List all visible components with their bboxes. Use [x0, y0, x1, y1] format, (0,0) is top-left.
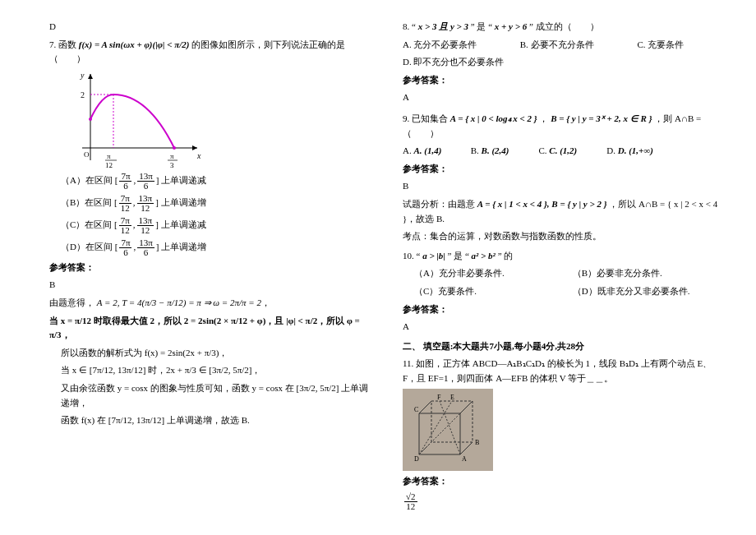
q8-answer: A	[403, 90, 723, 105]
svg-text:12: 12	[105, 161, 113, 168]
q7-option-c: （C）在区间 [7π12,13π12] 上单调递减	[61, 216, 370, 235]
q9-answer: B	[403, 179, 723, 194]
svg-text:O: O	[84, 150, 90, 159]
svg-text:x: x	[196, 151, 201, 160]
left-column: D 7. 函数 f(x) = A sin(ωx + φ)(|φ| < π/2) …	[49, 16, 386, 519]
svg-line-25	[419, 401, 452, 454]
q7-expl3: 所以函数的解析式为 f(x) = 2sin(2x + π/3)，	[61, 346, 370, 361]
interval-icon: [7π12,13π12]	[114, 216, 159, 235]
svg-point-11	[173, 146, 176, 150]
q7-option-d: （D）在区间 [7π6,13π6] 上单调递增	[61, 238, 370, 257]
svg-text:C: C	[414, 406, 418, 413]
q9-kaodian: 考点：集合的运算，对数函数与指数函数的性质。	[403, 229, 723, 244]
svg-marker-3	[88, 74, 93, 79]
q7-expl1: 由题意得， A = 2, T = 4(π/3 − π/12) = π ⇒ ω =…	[49, 296, 370, 311]
svg-line-23	[419, 442, 431, 454]
q11-answer: √212	[403, 492, 723, 511]
svg-text:2: 2	[81, 90, 85, 99]
answer-label: 参考答案：	[49, 261, 370, 275]
q7-option-b: （B）在区间 [7π12,13π12] 上单调递增	[61, 194, 370, 213]
answer-label: 参考答案：	[403, 162, 723, 177]
q9-options: A. A. (1,4) B. B. (2,4) C. C. (1,2) D. D…	[403, 144, 723, 159]
svg-text:B: B	[475, 439, 479, 446]
svg-text:y: y	[80, 71, 85, 80]
prev-answer-d: D	[49, 20, 370, 35]
q7-expl4: 当 x ∈ [7π/12, 13π/12] 时，2x + π/3 ∈ [3π/2…	[61, 363, 370, 378]
q10-answer: A	[403, 320, 723, 334]
svg-line-26	[440, 401, 460, 454]
svg-text:A: A	[462, 455, 467, 463]
q10-row2: （C）充要条件. （D）既非充分又非必要条件.	[414, 284, 723, 299]
q11-answer-frac: √212	[404, 492, 417, 511]
svg-text:E: E	[450, 394, 454, 401]
q7-expl5: 又由余弦函数 y = cosx 的图象与性质可知，函数 y = cosx 在 […	[61, 381, 370, 410]
q7-func: f(x) = A sin(ωx + φ)(|φ| < π/2)	[79, 39, 190, 49]
q10-row1: （A）充分非必要条件. （B）必要非充分条件.	[414, 266, 723, 281]
interval-icon: [7π12,13π12]	[114, 194, 159, 213]
svg-point-10	[89, 118, 92, 121]
q7-option-a: （A）在区间 [7π6,13π6] 上单调递减	[61, 172, 370, 191]
q7-prefix: 7. 函数	[49, 39, 76, 49]
interval-icon: [7π6,13π6]	[115, 172, 159, 191]
svg-text:F: F	[437, 394, 441, 401]
q7-graph: x y O 2 π 12 π 3	[74, 70, 205, 168]
answer-label: 参考答案：	[403, 302, 723, 317]
q8-stem: 8. “ x > 3 且 y > 3 ” 是 “ x + y > 6 ” 成立的…	[403, 20, 723, 35]
svg-line-22	[460, 442, 472, 454]
q7-expl6: 函数 f(x) 在 [7π/12, 13π/12] 上单调递增，故选 B.	[61, 413, 370, 428]
q7-answer: B	[49, 278, 370, 293]
svg-line-20	[419, 401, 431, 413]
interval-icon: [7π6,13π6]	[115, 238, 159, 257]
svg-text:D: D	[414, 455, 419, 463]
answer-label: 参考答案：	[403, 73, 723, 88]
answer-label: 参考答案：	[403, 474, 723, 489]
right-column: 8. “ x > 3 且 y > 3 ” 是 “ x + y > 6 ” 成立的…	[386, 16, 723, 519]
q7-stem: 7. 函数 f(x) = A sin(ωx + φ)(|φ| < π/2) 的图…	[49, 38, 370, 67]
svg-text:3: 3	[170, 161, 174, 168]
q9-stem: 9. 已知集合 A = { x | 0 < log₄ x < 2 } ， B =…	[403, 112, 723, 141]
q11-stem: 11. 如图，正方体 ABCD—A₁B₁C₁D₁ 的棱长为 1，线段 B₁D₁ …	[403, 357, 723, 385]
q8-options-row1: A. 充分不必要条件 B. 必要不充分条件 C. 充要条件	[403, 38, 723, 53]
q8-option-d: D. 即不充分也不必要条件	[403, 55, 723, 70]
svg-text:π: π	[107, 152, 111, 160]
q11-cube-figure: C D A B F E	[403, 389, 493, 471]
q9-expl: 试题分析：由题意 A = { x | 1 < x < 4 }, B = { y …	[403, 197, 723, 226]
q7-expl2: 当 x = π/12 时取得最大值 2，所以 2 = 2sin(2 × π/12…	[49, 314, 370, 343]
q10-stem: 10. “ a > |b| ” 是 “ a² > b² ” 的	[403, 249, 723, 264]
svg-marker-1	[192, 145, 197, 150]
svg-text:π: π	[170, 152, 174, 160]
section-2-title: 二、 填空题:本大题共7小题,每小题4分,共28分	[403, 339, 723, 354]
